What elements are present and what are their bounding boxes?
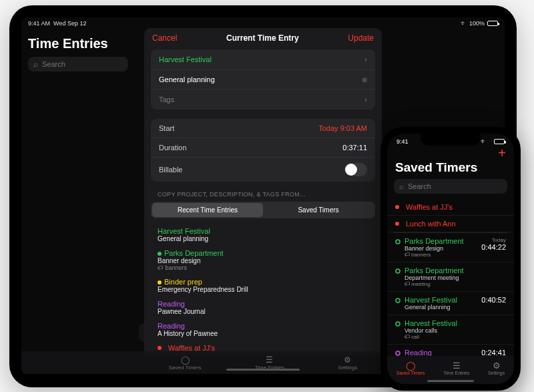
search-input[interactable] [42, 60, 134, 68]
gear-icon: ⚙ [488, 361, 505, 371]
status-time: 9:41 AM [28, 20, 50, 27]
saved-timer-item[interactable]: Harvest FestivalVendor calls🏷 call [387, 315, 514, 345]
timer-project: Waffles at JJ's [406, 203, 453, 211]
svg-point-0 [396, 240, 400, 244]
saved-timer-item[interactable]: Harvest FestivalGeneral planning0:40:52 [387, 292, 514, 315]
entry-description: Emergency Preparedness Drill [158, 286, 368, 293]
recent-entry[interactable]: Binder prepEmergency Preparedness Drill [144, 274, 382, 297]
current-entry-modal: Cancel Current Time Entry Update Harvest… [144, 28, 382, 355]
entry-description: General planning [158, 235, 368, 242]
duration-value: 0:37:11 [342, 144, 367, 152]
clear-icon[interactable]: ⊗ [362, 76, 367, 83]
timer-tag: 🏷 call [405, 334, 457, 340]
seg-saved[interactable]: Saved Timers [263, 203, 374, 217]
timer-duration: 0:40:52 [481, 296, 506, 304]
update-button[interactable]: Update [348, 33, 374, 43]
saved-timer-item[interactable]: Waffles at JJ's [387, 199, 514, 216]
cancel-button[interactable]: Cancel [152, 33, 177, 43]
start-row[interactable]: Start Today 9:03 AM [151, 119, 375, 138]
recent-entry[interactable]: ReadingPawnee Journal [144, 297, 382, 319]
svg-point-2 [396, 299, 400, 303]
chevron-right-icon: › [364, 95, 367, 104]
start-value: Today 9:03 AM [318, 124, 367, 132]
add-button[interactable]: + [498, 147, 506, 159]
copy-from-label: COPY PROJECT, DESCRIPTION, & TAGS FROM… [144, 191, 382, 202]
project-dot-icon [395, 351, 400, 356]
timer-description: Department meeting [405, 274, 464, 281]
timer-project: Harvest Festival [405, 296, 457, 304]
billable-label: Billable [159, 166, 182, 174]
battery-pct: 100% [469, 20, 485, 27]
home-indicator [226, 369, 300, 371]
timer-icon: ◯ [169, 355, 202, 365]
recent-entry[interactable]: ReadingA History of Pawnee [144, 319, 382, 341]
seg-recent[interactable]: Recent Time Entries [152, 203, 263, 217]
project-dot-icon [395, 268, 400, 274]
project-name: Harvest Festival [159, 55, 212, 63]
search-bar[interactable]: ⌕ [28, 57, 128, 71]
tab-settings[interactable]: ⚙Settings [338, 355, 357, 371]
project-dot-icon [158, 280, 162, 284]
search-input[interactable] [408, 182, 502, 190]
entry-description: A History of Pawnee [158, 330, 368, 337]
modal-title: Current Time Entry [226, 33, 298, 43]
timer-project: Lunch with Ann [406, 220, 456, 228]
timer-duration: 0:44:22 [481, 243, 506, 251]
entry-project: Reading [158, 300, 368, 308]
description-text: General planning [159, 75, 215, 83]
list-icon: ☰ [255, 355, 285, 365]
billable-row[interactable]: Billable [151, 158, 375, 182]
page-title: Time Entries [28, 36, 128, 51]
timer-project: Harvest Festival [405, 319, 457, 327]
tab-saved-timers[interactable]: ◯Saved Timers [396, 361, 425, 375]
recent-entries-list[interactable]: Harvest FestivalGeneral planningParks De… [144, 224, 382, 355]
billable-toggle[interactable] [344, 163, 367, 176]
page-title: Saved Timers [387, 160, 514, 179]
timer-description: General planning [405, 304, 457, 311]
notch [421, 134, 481, 146]
timer-project: Parks Department [405, 266, 464, 274]
search-icon: ⌕ [33, 60, 38, 68]
status-time: 9:41 [396, 138, 409, 145]
project-dot-icon [158, 252, 162, 256]
recent-entry[interactable]: Harvest FestivalGeneral planning [144, 224, 382, 246]
recent-entry[interactable]: Parks DepartmentBanner design🏷 banners [144, 246, 382, 274]
start-label: Start [159, 124, 174, 132]
tags-row[interactable]: Tags › [151, 89, 375, 110]
timer-tag: 🏷 meeting [405, 281, 464, 287]
svg-point-1 [396, 269, 400, 273]
duration-row[interactable]: Duration 0:37:11 [151, 138, 375, 158]
status-date: Wed Sep 12 [53, 20, 86, 27]
project-row[interactable]: Harvest Festival › [151, 49, 375, 70]
project-dot-icon [395, 321, 400, 327]
running-dot-icon [158, 346, 162, 350]
tags-label: Tags [159, 95, 174, 104]
entry-description: Banner design [158, 257, 368, 264]
description-row[interactable]: General planning ⊗ [151, 70, 375, 89]
copy-segment[interactable]: Recent Time Entries Saved Timers [151, 202, 375, 218]
tab-time-entries[interactable]: ☰Time Entries [443, 361, 469, 375]
iphone-device: 9:41 ▮▮▮ ᯤ + Saved Timers ⌕ Waffles at J… [380, 127, 521, 391]
saved-timer-item[interactable]: Parks DepartmentBanner design🏷 bannersTo… [387, 233, 514, 262]
timer-tag: 🏷 banners [405, 252, 464, 258]
home-indicator [427, 380, 474, 382]
sidebar: Time Entries ⌕ [21, 28, 135, 374]
saved-timer-item[interactable]: Lunch with Ann [387, 216, 514, 232]
time-group: Start Today 9:03 AM Duration 0:37:11 Bil… [151, 119, 375, 182]
battery-icon [494, 139, 505, 144]
duration-label: Duration [159, 144, 187, 152]
entry-tag: 🏷 banners [158, 264, 368, 271]
entry-project: Harvest Festival [158, 227, 368, 235]
chevron-right-icon: › [364, 55, 367, 64]
search-bar[interactable]: ⌕ [394, 179, 507, 194]
ipad-status-bar: 9:41 AM Wed Sep 12 ᯤ 100% [21, 17, 505, 28]
saved-timer-item[interactable]: Parks DepartmentDepartment meeting🏷 meet… [387, 262, 514, 292]
running-dot-icon [395, 222, 399, 226]
wifi-icon: ᯤ [461, 20, 467, 27]
entry-description: Pawnee Journal [158, 308, 368, 315]
search-icon: ⌕ [399, 182, 404, 190]
svg-point-4 [396, 351, 400, 355]
tab-saved-timers[interactable]: ◯Saved Timers [169, 355, 202, 371]
tab-settings[interactable]: ⚙Settings [488, 361, 505, 375]
wifi-icon: ᯤ [481, 138, 487, 145]
